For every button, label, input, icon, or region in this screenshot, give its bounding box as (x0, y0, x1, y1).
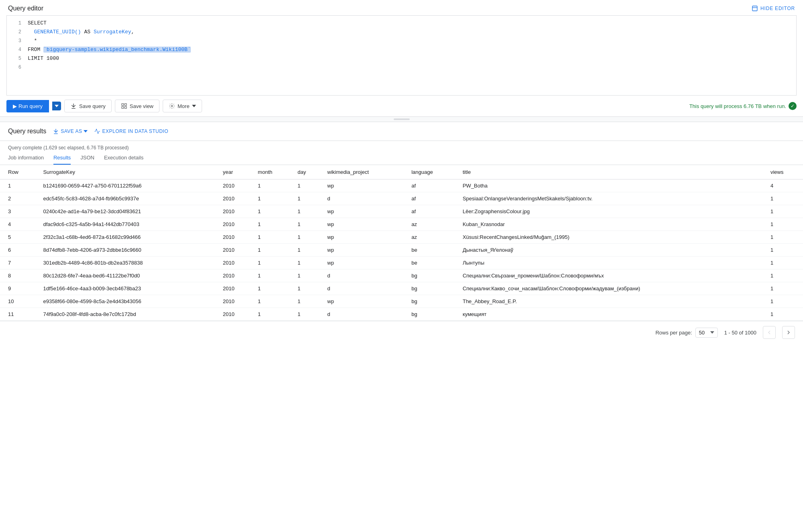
column-header-language: language (407, 165, 458, 179)
tab-results[interactable]: Results (53, 151, 71, 165)
results-table-container: RowSurrogateKeyyearmonthdaywikimedia_pro… (0, 165, 803, 321)
code-line: 1SELECT (7, 19, 796, 28)
line-number: 4 (12, 46, 21, 54)
explore-icon (94, 128, 100, 135)
resize-handle[interactable] (0, 117, 803, 122)
query-complete: Query complete (1.629 sec elapsed, 6.76 … (0, 141, 803, 151)
table-cell: 1 (766, 295, 803, 308)
table-cell: 2010 (218, 257, 253, 269)
more-button[interactable]: More (163, 100, 202, 112)
table-cell: 1 (766, 218, 803, 231)
table-cell: wp (323, 231, 407, 244)
table-cell: 2010 (218, 205, 253, 218)
table-cell: 1 (293, 218, 323, 231)
table-cell: wp (323, 218, 407, 231)
line-number: 3 (12, 37, 21, 45)
code-editor[interactable]: 1SELECT2 GENERATE_UUID() AS SurrogateKey… (6, 15, 797, 96)
table-row: 1b1241690-0659-4427-a750-6701122f59a6201… (0, 179, 803, 192)
table-cell: d (323, 269, 407, 282)
table-cell: 2010 (218, 269, 253, 282)
table-cell: The_Abbey_Road_E.P. (458, 295, 766, 308)
more-label: More (178, 103, 190, 109)
svg-rect-6 (122, 106, 124, 108)
svg-rect-4 (122, 104, 124, 106)
query-info-text: This query will process 6.76 TB when run… (689, 103, 786, 109)
run-query-dropdown[interactable] (52, 102, 61, 110)
more-chevron-icon (192, 105, 196, 107)
chevron-right-icon (785, 329, 792, 336)
table-cell: 301edb2b-4489-4c86-801b-db2ea3578838 (38, 257, 218, 269)
table-cell: 1df5e166-46ce-4aa3-b009-3ecb4678ba23 (38, 282, 218, 295)
hide-editor-button[interactable]: HIDE EDITOR (752, 5, 795, 12)
table-row: 880c12d28-6fe7-4eaa-bed6-41122be7f0d0201… (0, 269, 803, 282)
table-cell: 8 (0, 269, 38, 282)
table-cell: 1 (293, 308, 323, 321)
table-cell: 1 (293, 205, 323, 218)
save-query-button[interactable]: Save query (64, 100, 112, 112)
table-cell: 1 (766, 244, 803, 257)
table-cell: 1 (253, 282, 293, 295)
table-cell: wp (323, 179, 407, 192)
table-cell: Spesiaal:OnlangseVeranderingsMetSkakels/… (458, 192, 766, 205)
prev-page-button[interactable] (763, 326, 776, 339)
table-row: 2edc545fc-5c83-4628-a7d4-fb96b5c9937e201… (0, 192, 803, 205)
table-cell: 1 (293, 269, 323, 282)
resize-pill (394, 118, 410, 120)
table-cell: 2010 (218, 231, 253, 244)
table-cell: 6 (0, 244, 38, 257)
code-line: 3 * (7, 37, 796, 45)
table-row: 30240c42e-ad1e-4a79-be12-3dcd04f83621201… (0, 205, 803, 218)
save-query-label: Save query (79, 103, 106, 109)
table-cell: b1241690-0659-4427-a750-6701122f59a6 (38, 179, 218, 192)
table-cell: 1 (293, 295, 323, 308)
hide-editor-label: HIDE EDITOR (760, 6, 795, 11)
svg-point-8 (171, 105, 173, 107)
table-cell: 1 (253, 308, 293, 321)
chevron-left-icon (766, 329, 772, 336)
table-cell: e9358f66-080e-4599-8c5a-2e4d43b43056 (38, 295, 218, 308)
explore-button[interactable]: EXPLORE IN DATA STUDIO (94, 128, 168, 135)
line-number: 2 (12, 28, 21, 36)
run-query-button[interactable]: ▶ Run query (6, 100, 49, 112)
table-cell: 2010 (218, 244, 253, 257)
code-content: LIMIT 1000 (28, 55, 59, 63)
table-cell: Lêer:ZographensisColour.jpg (458, 205, 766, 218)
column-header-title: title (458, 165, 766, 179)
tab-execution-details[interactable]: Execution details (104, 151, 143, 165)
save-as-button[interactable]: SAVE AS (53, 128, 88, 135)
line-number: 1 (12, 19, 21, 27)
table-cell: 1 (293, 231, 323, 244)
table-cell: Kuban_Krasnodar (458, 218, 766, 231)
table-cell: az (407, 218, 458, 231)
code-content: FROM `bigquery-samples.wikipedia_benchma… (28, 46, 191, 54)
table-cell: 1 (293, 179, 323, 192)
table-cell: Xüsusi:RecentChangesLinked/Muğam_(1995) (458, 231, 766, 244)
tab-job-information[interactable]: Job information (8, 151, 44, 165)
pagination: Rows per page: 102550100 1 - 50 of 1000 (0, 321, 803, 344)
next-page-button[interactable] (782, 326, 795, 339)
table-cell: 7 (0, 257, 38, 269)
table-row: 91df5e166-46ce-4aa3-b009-3ecb4678ba23201… (0, 282, 803, 295)
table-cell: 74f9a0c0-208f-4fd8-acba-8e7c0fc172bd (38, 308, 218, 321)
rows-per-page-select[interactable]: 102550100 (695, 328, 718, 338)
table-cell: 1 (0, 179, 38, 192)
table-cell: 1 (253, 192, 293, 205)
save-view-button[interactable]: Save view (115, 100, 159, 112)
column-header-views: views (766, 165, 803, 179)
column-header-month: month (253, 165, 293, 179)
table-cell: 1 (253, 257, 293, 269)
rows-per-page: Rows per page: 102550100 (656, 328, 718, 338)
code-line: 4FROM `bigquery-samples.wikipedia_benchm… (7, 45, 796, 54)
table-cell: bg (407, 295, 458, 308)
table-cell: bg (407, 269, 458, 282)
table-cell: 1 (253, 179, 293, 192)
column-header-surrogatekey: SurrogateKey (38, 165, 218, 179)
table-cell: 2 (0, 192, 38, 205)
save-view-label: Save view (130, 103, 153, 109)
column-header-year: year (218, 165, 253, 179)
table-cell: 1 (293, 244, 323, 257)
table-cell: wp (323, 205, 407, 218)
table-cell: af (407, 192, 458, 205)
tab-json[interactable]: JSON (80, 151, 94, 165)
line-number: 6 (12, 63, 21, 71)
